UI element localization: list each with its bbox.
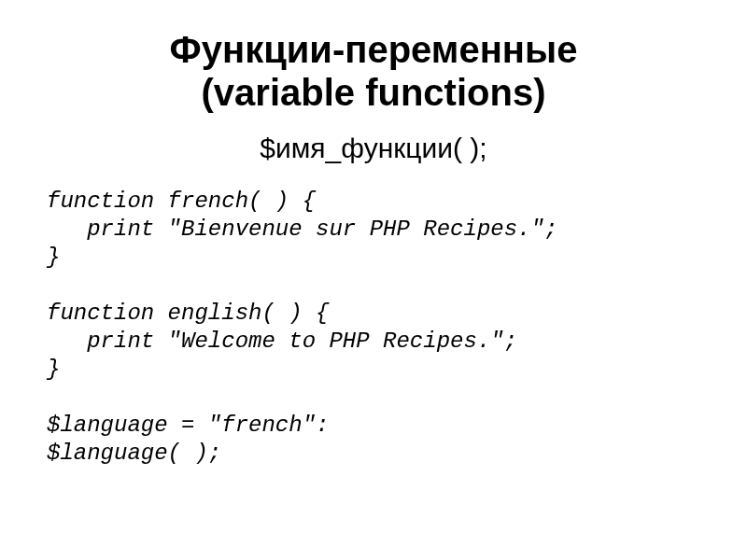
slide-title: Функции-переменные (variable functions) (47, 28, 700, 114)
title-line-1: Функции-переменные (170, 29, 578, 70)
syntax-line: $имя_функции( ); (47, 133, 700, 164)
code-example: function french( ) { print "Bienvenue su… (47, 188, 700, 468)
title-line-2: (variable functions) (202, 72, 546, 113)
